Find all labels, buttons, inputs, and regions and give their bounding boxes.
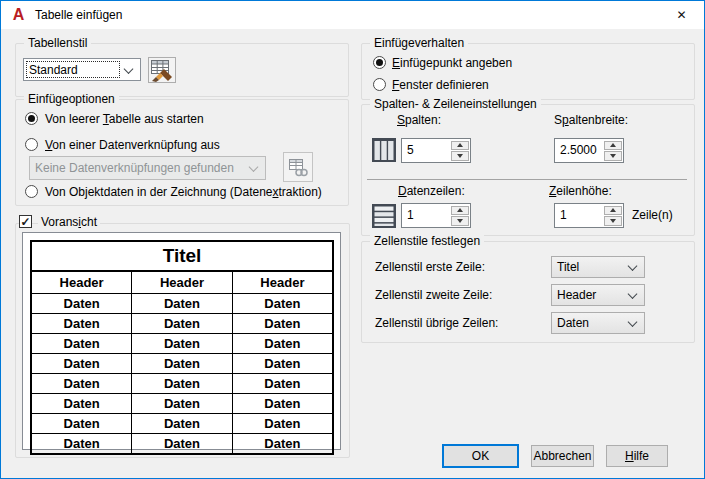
preview-checkbox-label: Voransicht [38,215,100,229]
radio-specify-insertion-point-label: Einfügepunkt angeben [392,56,512,70]
row-height-label: Zeilenhöhe: [549,184,612,198]
row-height-unit-label: Zeile(n) [632,208,673,222]
column-width-spinner[interactable]: 2.5000 [554,138,624,163]
radio-specify-window-label: Fenster definieren [392,78,489,92]
preview-data-cell: Daten [232,314,333,334]
insert-behavior-group-label: Einfügeverhalten [370,36,468,50]
column-width-label: Spaltenbreite: [554,113,628,127]
insert-options-group-label: Einfügeoptionen [24,92,119,106]
preview-data-cell: Daten [132,394,233,414]
preview-header-cell: Header [132,271,233,294]
dialog-title: Tabelle einfügen [35,8,122,22]
preview-data-cell: Daten [31,314,132,334]
column-row-settings-group-label: Spalten- & Zeileneinstellungen [370,97,541,111]
table-style-group-label: Tabellenstil [24,36,91,50]
other-rows-style-select[interactable]: Daten [551,312,645,334]
arrow-down-icon [610,154,616,158]
columns-spinner-down-button[interactable] [451,151,469,161]
autocad-logo-icon: A [10,7,27,24]
preview-data-cell: Daten [232,414,333,434]
data-rows-spinner-down-button[interactable] [451,216,469,226]
help-button[interactable]: Hilfe [606,445,668,467]
preview-data-cell: Daten [31,334,132,354]
data-link-value: Keine Datenverknüpfungen gefunden [35,161,234,175]
radio-from-data-link[interactable] [25,138,38,151]
row-height-spinner[interactable]: 1 [554,203,624,228]
table-style-select[interactable]: Standard [23,58,141,81]
row-height-spinner-value: 1 [555,204,603,227]
preview-data-cell: Daten [232,294,333,314]
data-rows-spinner-value: 1 [402,204,450,227]
data-rows-spinner-up-button[interactable] [451,206,469,216]
insert-table-dialog: A Tabelle einfügen ✕ Tabellenstil Standa… [0,0,705,479]
radio-from-object-data[interactable] [25,185,38,198]
first-row-style-value: Titel [557,260,579,274]
first-row-style-select[interactable]: Titel [551,256,645,278]
chevron-down-icon [124,64,134,74]
table-link-icon [287,156,309,178]
preview-data-cell: Daten [232,394,333,414]
row-height-spinner-down-button[interactable] [604,216,622,226]
columns-spinner-value: 5 [402,139,450,162]
preview-data-cell: Daten [31,414,132,434]
preview-data-cell: Daten [132,334,233,354]
launch-table-style-dialog-button[interactable] [148,57,176,83]
second-row-style-label: Zellenstil zweite Zeile: [375,288,492,302]
preview-header-cell: Header [232,271,333,294]
radio-start-from-empty-table[interactable] [25,112,38,125]
preview-data-cell: Daten [132,374,233,394]
radio-from-data-link-label: Von einer Datenverknüpfung aus [45,138,220,152]
preview-data-cell: Daten [132,354,233,374]
preview-table: TitelHeaderHeaderHeaderDatenDatenDatenDa… [30,240,334,455]
columns-spinner[interactable]: 5 [401,138,471,163]
arrow-down-icon [457,154,463,158]
chevron-down-icon [628,317,638,327]
close-button[interactable]: ✕ [659,1,704,29]
preview-data-cell: Daten [31,394,132,414]
column-width-spinner-up-button[interactable] [604,141,622,151]
cancel-button[interactable]: Abbrechen [531,445,594,467]
chevron-down-icon [628,261,638,271]
cell-styles-group-label: Zellenstile festlegen [370,234,484,248]
data-rows-spinner[interactable]: 1 [401,203,471,228]
arrow-up-icon [457,143,463,147]
radio-specify-insertion-point[interactable] [373,56,386,69]
table-brush-icon [150,58,174,82]
preview-data-cell: Daten [232,434,333,455]
column-width-spinner-down-button[interactable] [604,151,622,161]
radio-start-from-empty-table-label: Von leerer Tabelle aus starten [45,112,204,126]
arrow-up-icon [610,143,616,147]
focus-rect [26,61,120,78]
preview-data-cell: Daten [232,334,333,354]
radio-from-object-data-label: Von Objektdaten in der Zeichnung (Datene… [45,185,322,199]
columns-icon [371,137,397,163]
preview-data-cell: Daten [232,354,333,374]
ok-button[interactable]: OK [442,444,519,468]
arrow-down-icon [610,219,616,223]
chevron-down-icon [249,162,259,172]
preview-title-cell: Titel [31,241,333,271]
chevron-down-icon [628,289,638,299]
columns-spinner-up-button[interactable] [451,141,469,151]
preview-data-cell: Daten [132,414,233,434]
second-row-style-select[interactable]: Header [551,284,645,306]
launch-data-link-dialog-button[interactable] [283,152,313,182]
other-rows-style-label: Zellenstil übrige Zeilen: [375,316,498,330]
preview-data-cell: Daten [31,434,132,455]
preview-header-cell: Header [31,271,132,294]
preview-checkbox[interactable]: ✓ [19,215,32,228]
data-rows-label: Datenzeilen: [398,184,465,198]
second-row-style-value: Header [557,288,596,302]
arrow-down-icon [457,219,463,223]
other-rows-style-value: Daten [557,316,589,330]
columns-label: Spalten: [397,113,441,127]
preview-data-cell: Daten [232,374,333,394]
row-height-spinner-up-button[interactable] [604,206,622,216]
settings-separator [367,179,687,180]
preview-data-cell: Daten [132,314,233,334]
rows-icon [371,203,397,229]
radio-specify-window[interactable] [373,78,386,91]
arrow-up-icon [610,208,616,212]
preview-data-cell: Daten [31,374,132,394]
preview-data-cell: Daten [132,434,233,455]
